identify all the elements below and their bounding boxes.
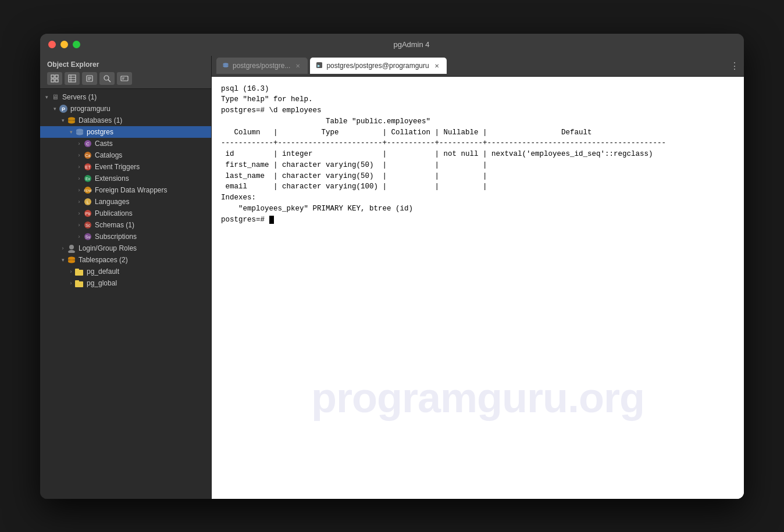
terminal-line: Table "public.employees" <box>221 116 735 127</box>
terminal-line: Indexes: <box>221 192 735 203</box>
sidebar-item-label: Event Triggers <box>95 163 140 171</box>
sidebar-item-label: Login/Group Roles <box>79 244 137 252</box>
databases-icon <box>67 116 76 125</box>
maximize-button[interactable] <box>73 41 80 48</box>
subscriptions-icon: Su <box>83 232 92 241</box>
toolbar-search-btn[interactable] <box>99 72 115 85</box>
svg-rect-14 <box>121 76 128 81</box>
toolbar-query-btn[interactable] <box>117 72 132 85</box>
pg-global-icon <box>75 279 84 288</box>
tab-close-btn[interactable]: ✕ <box>433 62 441 70</box>
terminal-line: Column | Type | Collation | Nullable | D… <box>221 127 735 138</box>
svg-point-21 <box>68 120 75 123</box>
svg-point-54 <box>223 65 229 67</box>
sidebar-item-databases[interactable]: ▾ Databases (1) <box>40 115 211 126</box>
expand-arrow: › <box>75 164 83 170</box>
sidebar-item-label: Foreign Data Wrappers <box>95 186 168 194</box>
expand-arrow: › <box>75 234 83 240</box>
terminal-line: first_name | character varying(50) | | | <box>221 160 735 171</box>
sidebar-item-label: Schemas (1) <box>95 221 134 229</box>
svg-text:Sc: Sc <box>85 223 91 227</box>
svg-rect-1 <box>55 75 58 78</box>
sidebar-tree: ▾ 🖥 Servers (1) ▾ P programguru ▾ <box>40 89 211 499</box>
sidebar-item-programguru[interactable]: ▾ P programguru <box>40 103 211 115</box>
terminal-cursor <box>269 216 274 224</box>
terminal-line: postgres=# \d employees <box>221 105 735 116</box>
sidebar-item-catalogs[interactable]: › Ca Catalogs <box>40 149 211 161</box>
programguru-icon: P <box>59 104 68 113</box>
svg-text:Ca: Ca <box>85 153 91 158</box>
sidebar-item-label: pg_global <box>87 279 117 287</box>
terminal-line: psql (16.3) <box>221 84 735 95</box>
expand-arrow: ▾ <box>42 94 51 100</box>
sidebar-item-label: Catalogs <box>95 151 122 159</box>
tab-menu-btn[interactable]: ⋮ <box>730 60 739 72</box>
tablespaces-icon <box>67 255 76 265</box>
window-title: pgAdmin 4 <box>87 40 736 49</box>
sidebar-item-languages[interactable]: › L Languages <box>40 196 211 208</box>
svg-line-13 <box>108 80 111 82</box>
expand-arrow: › <box>75 222 83 228</box>
svg-point-47 <box>68 260 75 263</box>
svg-text:P: P <box>62 106 65 112</box>
main-layout: Object Explorer <box>40 56 744 499</box>
sidebar-item-pg-default[interactable]: › pg_default <box>40 266 211 277</box>
svg-text:L: L <box>87 200 89 204</box>
svg-text:C: C <box>86 141 90 147</box>
sidebar-item-pg-global[interactable]: › pg_global <box>40 277 211 289</box>
app-window: pgAdmin 4 Object Explorer <box>40 34 744 499</box>
sidebar-item-servers[interactable]: ▾ 🖥 Servers (1) <box>40 91 211 103</box>
terminal-line: last_name | character varying(50) | | | <box>221 171 735 182</box>
tab-postgres-query[interactable]: postgres/postgre... ✕ <box>216 58 308 74</box>
sidebar-item-label: Extensions <box>95 174 129 183</box>
svg-rect-2 <box>51 79 54 82</box>
svg-point-43 <box>69 245 74 249</box>
sidebar-item-publications[interactable]: › Pb Publications <box>40 208 211 219</box>
tab-close-btn[interactable]: ✕ <box>294 62 302 70</box>
svg-text:ET: ET <box>85 165 91 169</box>
svg-text:Su: Su <box>85 235 91 239</box>
publications-icon: Pb <box>83 209 92 218</box>
tab-psql-terminal[interactable]: ▶ postgres/postgres@programguru ✕ <box>310 58 446 74</box>
sidebar-item-label: Languages <box>95 198 129 206</box>
sidebar-item-event-triggers[interactable]: › ET Event Triggers <box>40 161 211 173</box>
db-tab-icon <box>222 62 229 70</box>
expand-arrow: › <box>67 269 75 274</box>
terminal-line: id | integer | | not null | nextval('emp… <box>221 149 735 160</box>
sidebar-item-label: pg_default <box>87 267 119 276</box>
event-triggers-icon: ET <box>83 162 92 172</box>
sidebar-item-tablespaces[interactable]: ▾ Tablespaces (2) <box>40 254 211 266</box>
sidebar-item-subscriptions[interactable]: › Su Subscriptions <box>40 231 211 242</box>
toolbar-grid-btn[interactable] <box>47 72 62 85</box>
fdw-icon: FDW <box>83 185 92 195</box>
tab-label: postgres/postgres@programguru <box>326 62 429 70</box>
sidebar-item-casts[interactable]: › C Casts <box>40 138 211 149</box>
sidebar: Object Explorer <box>40 56 212 499</box>
toolbar-table-btn[interactable] <box>65 72 80 85</box>
svg-rect-49 <box>75 269 79 271</box>
sidebar-item-extensions[interactable]: › Ex Extensions <box>40 173 211 184</box>
expand-arrow: › <box>75 152 83 158</box>
sidebar-item-label: postgres <box>87 128 113 136</box>
terminal-output[interactable]: psql (16.3) Type "help" for help. postgr… <box>212 77 744 499</box>
expand-arrow: ▾ <box>59 117 67 123</box>
expand-arrow: › <box>75 176 83 181</box>
svg-text:FDW: FDW <box>84 189 92 192</box>
close-button[interactable] <box>48 41 56 48</box>
minimize-button[interactable] <box>60 41 68 48</box>
expand-arrow: › <box>75 187 83 193</box>
svg-rect-0 <box>51 75 54 78</box>
schemas-icon: Sc <box>83 220 92 230</box>
sidebar-item-fdw[interactable]: › FDW Foreign Data Wrappers <box>40 184 211 196</box>
sidebar-item-login-roles[interactable]: › Login/Group Roles <box>40 242 211 254</box>
svg-text:▶: ▶ <box>318 64 320 67</box>
content-area: postgres/postgre... ✕ ▶ postgres/postgre… <box>212 56 744 499</box>
casts-icon: C <box>83 139 92 148</box>
sidebar-item-label: Subscriptions <box>95 233 137 241</box>
toolbar-props-btn[interactable] <box>82 72 97 85</box>
sidebar-item-schemas[interactable]: › Sc Schemas (1) <box>40 219 211 231</box>
svg-point-12 <box>104 76 109 80</box>
expand-arrow: › <box>59 245 67 251</box>
sidebar-item-label: Databases (1) <box>79 116 122 124</box>
sidebar-item-postgres[interactable]: ▾ postgres <box>40 126 211 138</box>
